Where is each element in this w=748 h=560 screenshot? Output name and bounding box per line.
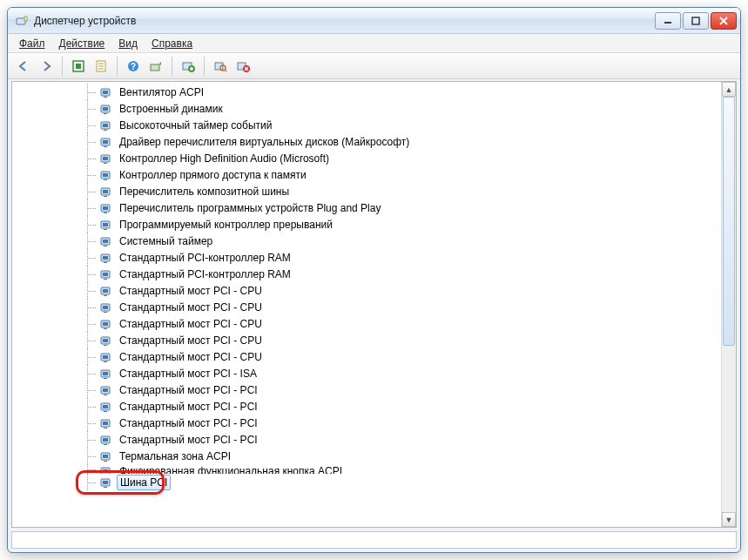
device-tree-item[interactable]: Контроллер прямого доступа к памяти (12, 166, 721, 183)
update-driver-button[interactable] (145, 56, 166, 77)
device-icon (99, 400, 113, 414)
svg-rect-40 (103, 173, 108, 177)
device-tree-item[interactable]: Стандартный PCI-контроллер RAM (12, 266, 721, 282)
device-tree-item[interactable]: Стандартный мост PCI - PCI (12, 431, 721, 448)
svg-rect-41 (104, 179, 107, 180)
svg-rect-14 (151, 64, 159, 71)
svg-rect-47 (104, 213, 107, 213)
device-icon (99, 476, 113, 489)
device-label: Термальная зона ACPI (117, 449, 233, 463)
device-tree-item[interactable]: Стандартный мост PCI - PCI (12, 381, 721, 398)
close-button[interactable] (711, 12, 737, 30)
svg-rect-71 (104, 345, 107, 346)
tree-connector (82, 381, 99, 398)
minimize-button[interactable] (655, 12, 681, 30)
device-tree-item[interactable]: Перечислитель композитной шины (12, 183, 721, 199)
device-icon (99, 300, 113, 314)
device-label: Контроллер прямого доступа к памяти (117, 168, 309, 182)
scroll-track[interactable] (722, 97, 736, 512)
tree-connector (82, 398, 99, 415)
maximize-button[interactable] (683, 12, 709, 30)
menu-help[interactable]: Справка (145, 36, 199, 51)
disable-device-button[interactable] (232, 56, 253, 77)
svg-rect-68 (104, 328, 107, 329)
device-tree-item[interactable]: Фиксированная функциональная кнопка ACPI (12, 464, 721, 474)
tree-connector (82, 415, 99, 431)
svg-rect-34 (103, 140, 108, 144)
back-button[interactable] (13, 56, 34, 77)
device-tree-item[interactable]: Высокоточный таймер событий (12, 117, 721, 133)
uninstall-button[interactable] (178, 56, 199, 77)
tree-connector (82, 183, 99, 199)
scroll-thumb[interactable] (723, 97, 735, 346)
device-tree-item[interactable]: Стандартный PCI-контроллер RAM (12, 249, 721, 266)
title-bar[interactable]: Диспетчер устройств (8, 8, 740, 34)
device-icon (99, 383, 113, 397)
device-tree-item[interactable]: Стандартный мост PCI - CPU (12, 282, 721, 299)
device-tree-item[interactable]: Шина PCI (12, 474, 721, 490)
device-icon (99, 102, 113, 116)
scroll-up-button[interactable]: ▲ (722, 82, 736, 97)
show-hidden-button[interactable] (68, 56, 89, 77)
tree-connector (82, 166, 99, 183)
forward-button[interactable] (36, 56, 57, 77)
tree-connector (82, 84, 99, 100)
svg-rect-31 (103, 124, 108, 127)
device-tree[interactable]: Вентилятор ACPIВстроенный динамикВысокот… (12, 82, 721, 527)
device-tree-item[interactable]: Стандартный мост PCI - CPU (12, 348, 721, 365)
svg-rect-82 (103, 405, 108, 408)
menu-action[interactable]: Действие (53, 36, 111, 51)
tree-connector (82, 332, 99, 348)
toolbar-separator (62, 57, 63, 76)
device-tree-item[interactable]: Стандартный мост PCI - ISA (12, 365, 721, 381)
svg-rect-29 (104, 113, 107, 114)
scan-hardware-button[interactable] (210, 56, 231, 77)
svg-rect-65 (104, 312, 107, 313)
svg-rect-44 (104, 196, 107, 197)
svg-rect-98 (104, 487, 107, 488)
device-tree-item[interactable]: Программируемый контроллер прерываний (12, 216, 721, 233)
device-tree-item[interactable]: Стандартный мост PCI - PCI (12, 398, 721, 415)
device-icon (99, 251, 113, 265)
device-tree-item[interactable]: Драйвер перечислителя виртуальных дисков… (12, 133, 721, 150)
svg-rect-92 (104, 461, 107, 462)
device-tree-panel: Вентилятор ACPIВстроенный динамикВысокот… (11, 81, 737, 528)
scroll-down-button[interactable]: ▼ (722, 512, 736, 527)
svg-rect-53 (104, 246, 107, 246)
app-icon (15, 14, 29, 28)
tree-connector (82, 282, 99, 299)
device-tree-item[interactable]: Стандартный мост PCI - PCI (12, 415, 721, 431)
tree-connector (82, 100, 99, 117)
svg-rect-61 (103, 289, 108, 293)
svg-rect-37 (103, 157, 108, 160)
device-tree-item[interactable]: Стандартный мост PCI - CPU (12, 299, 721, 315)
device-icon (99, 433, 113, 447)
device-tree-item[interactable]: Термальная зона ACPI (12, 448, 721, 464)
tree-connector (82, 315, 99, 332)
device-icon (99, 201, 113, 215)
device-label: Стандартный PCI-контроллер RAM (117, 251, 293, 265)
device-tree-item[interactable]: Стандартный мост PCI - CPU (12, 332, 721, 348)
device-tree-item[interactable]: Вентилятор ACPI (12, 84, 721, 100)
menu-file[interactable]: Файл (13, 36, 51, 51)
svg-rect-88 (103, 438, 108, 442)
svg-rect-73 (103, 355, 108, 359)
device-tree-item[interactable]: Встроенный динамик (12, 100, 721, 117)
help-button[interactable]: ? (123, 56, 144, 77)
device-icon (99, 350, 113, 364)
menu-view[interactable]: Вид (112, 36, 144, 51)
device-icon (99, 152, 113, 165)
device-tree-item[interactable]: Перечислитель программных устройств Plug… (12, 199, 721, 216)
vertical-scrollbar[interactable]: ▲ ▼ (721, 82, 736, 527)
device-tree-item[interactable]: Системный таймер (12, 233, 721, 249)
device-label: Стандартный мост PCI - CPU (117, 350, 265, 364)
device-label: Встроенный динамик (117, 102, 226, 116)
device-label: Шина PCI (117, 475, 171, 490)
device-tree-item[interactable]: Стандартный мост PCI - CPU (12, 315, 721, 332)
svg-rect-59 (104, 279, 107, 280)
svg-rect-52 (103, 240, 108, 243)
device-tree-item[interactable]: Контроллер High Definition Audio (Micros… (12, 150, 721, 166)
device-icon (99, 168, 113, 182)
svg-rect-97 (103, 481, 108, 484)
properties-button[interactable] (91, 56, 111, 77)
